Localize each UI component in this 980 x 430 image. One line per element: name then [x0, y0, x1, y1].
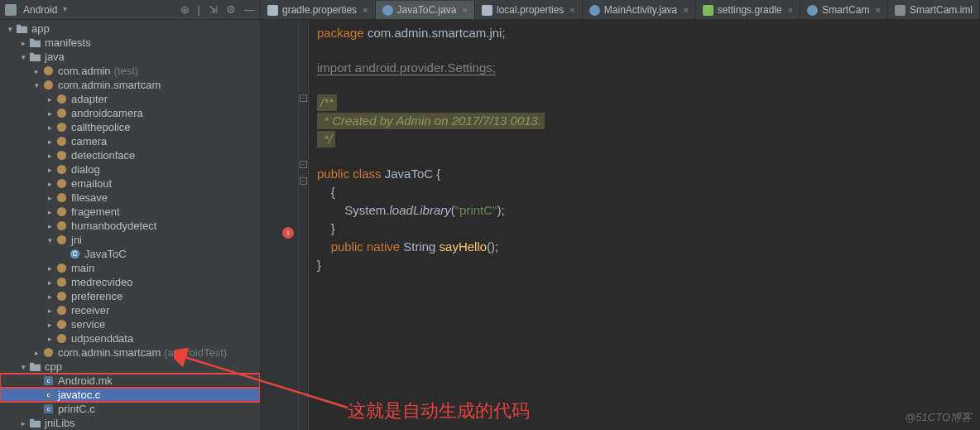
tree-node-javatoc[interactable]: CJavaToC — [0, 247, 260, 261]
tree-node-label: udpsenddata — [71, 332, 133, 345]
target-icon[interactable]: ⊕ — [180, 3, 190, 16]
tree-node-androidcamera[interactable]: ▸androidcamera — [0, 106, 260, 120]
expand-arrow-icon[interactable]: ▸ — [18, 39, 29, 47]
tree-node-filesave[interactable]: ▸filesave — [0, 191, 260, 205]
expand-arrow-icon[interactable]: ▸ — [45, 152, 55, 160]
tab-label: MainActivity.java — [604, 4, 677, 16]
expand-arrow-icon[interactable]: ▸ — [18, 419, 29, 428]
close-icon[interactable]: × — [683, 5, 688, 15]
tree-node-printc-c[interactable]: cprintC.c — [0, 402, 260, 416]
project-tree[interactable]: ▾app▸manifests▾java▸com.admin(test)▾com.… — [0, 20, 260, 430]
svg-text:C: C — [72, 249, 77, 258]
tree-node-emailout[interactable]: ▸emailout — [0, 176, 260, 191]
expand-arrow-icon[interactable]: ▸ — [45, 95, 55, 104]
close-icon[interactable]: × — [363, 5, 368, 15]
tree-node-com-admin-smartcam[interactable]: ▸com.admin.smartcam(androidTest) — [0, 345, 260, 360]
tree-node-dialog[interactable]: ▸dialog — [0, 162, 260, 176]
pkg-icon — [55, 149, 68, 162]
tree-node-suffix: (test) — [114, 65, 139, 77]
tree-node-main[interactable]: ▸main — [0, 261, 260, 275]
tree-node-jni[interactable]: ▾jni — [0, 233, 260, 247]
tree-node-com-admin[interactable]: ▸com.admin(test) — [0, 64, 260, 78]
tree-node-android-mk[interactable]: cAndroid.mk — [0, 374, 260, 388]
expand-arrow-icon[interactable]: ▸ — [45, 109, 55, 118]
tree-node-label: cpp — [45, 360, 62, 373]
expand-arrow-icon[interactable]: ▾ — [18, 53, 29, 61]
collapse-icon[interactable]: ⇲ — [209, 3, 218, 16]
expand-arrow-icon[interactable]: ▸ — [45, 194, 55, 202]
pkg-icon — [55, 163, 68, 176]
tree-node-adapter[interactable]: ▸adapter — [0, 92, 260, 106]
hide-icon[interactable]: — — [244, 3, 255, 16]
tree-node-cpp[interactable]: ▾cpp — [0, 360, 260, 374]
expand-arrow-icon[interactable]: ▸ — [45, 264, 55, 273]
tree-node-udpsenddata[interactable]: ▸udpsenddata — [0, 331, 260, 345]
pkg-icon — [55, 304, 68, 316]
tree-node-com-admin-smartcam[interactable]: ▾com.admin.smartcam — [0, 78, 260, 92]
tree-node-camera[interactable]: ▸camera — [0, 134, 260, 148]
editor-tabs[interactable]: gradle.properties×JavaToC.java×local.pro… — [261, 0, 980, 20]
project-view-dropdown[interactable]: Android — [20, 2, 67, 17]
folder-icon — [29, 51, 41, 63]
tree-node-java[interactable]: ▾java — [0, 50, 260, 64]
close-icon[interactable]: × — [788, 5, 793, 15]
tree-node-app[interactable]: ▾app — [0, 22, 260, 36]
tab-local-properties[interactable]: local.properties× — [475, 1, 583, 19]
expand-arrow-icon[interactable]: ▸ — [45, 166, 55, 174]
code-content[interactable]: package com.admin.smartcam.jni; import a… — [309, 20, 545, 430]
tree-node-manifests[interactable]: ▸manifests — [0, 36, 260, 50]
close-icon[interactable]: × — [463, 5, 468, 15]
code-editor[interactable]: ! − − − package com.admin.smartcam.jni; … — [261, 20, 980, 430]
tree-node-label: preference — [71, 290, 122, 302]
expand-arrow-icon[interactable]: ▸ — [45, 222, 55, 230]
expand-arrow-icon[interactable]: ▸ — [31, 67, 42, 75]
expand-arrow-icon[interactable]: ▸ — [45, 292, 55, 301]
fold-toggle[interactable]: − — [300, 94, 307, 102]
tab-javatoc-java[interactable]: JavaToC.java× — [376, 1, 475, 19]
expand-arrow-icon[interactable]: ▸ — [45, 278, 55, 287]
expand-arrow-icon[interactable]: ▸ — [45, 138, 55, 146]
tab-smartcam-iml[interactable]: SmartCam.iml — [888, 1, 980, 19]
tree-node-label: printC.c — [58, 403, 95, 415]
tree-node-detectionface[interactable]: ▸detectionface — [0, 148, 260, 162]
tree-node-label: medrecvideo — [71, 276, 132, 288]
tree-node-callthepolice[interactable]: ▸callthepolice — [0, 120, 260, 134]
watermark: @51CTO博客 — [905, 410, 972, 425]
tab-mainactivity-java[interactable]: MainActivity.java× — [583, 1, 696, 19]
tree-node-service[interactable]: ▸service — [0, 317, 260, 331]
tree-node-javatoc-c[interactable]: cjavatoc.c — [0, 388, 260, 402]
tree-node-receiver[interactable]: ▸receiver — [0, 303, 260, 317]
tree-node-fragement[interactable]: ▸fragement — [0, 205, 260, 219]
tree-node-humanbodydetect[interactable]: ▸humanbodydetect — [0, 219, 260, 233]
expand-arrow-icon[interactable]: ▸ — [31, 349, 42, 357]
fold-toggle[interactable]: − — [300, 161, 307, 168]
expand-arrow-icon[interactable]: ▸ — [45, 307, 55, 315]
tree-node-medrecvideo[interactable]: ▸medrecvideo — [0, 275, 260, 289]
expand-arrow-icon[interactable]: ▸ — [45, 321, 55, 329]
tab-label: gradle.properties — [282, 4, 357, 16]
expand-arrow-icon[interactable]: ▾ — [31, 81, 42, 89]
intention-bulb-icon[interactable]: ! — [282, 227, 294, 239]
expand-arrow-icon[interactable]: ▾ — [5, 25, 16, 33]
expand-arrow-icon[interactable]: ▾ — [18, 363, 29, 371]
tree-node-preference[interactable]: ▸preference — [0, 289, 260, 303]
tab-gradle-properties[interactable]: gradle.properties× — [261, 1, 376, 19]
gear-icon[interactable]: ⚙ — [226, 3, 236, 16]
tab-settings-gradle[interactable]: settings.gradle× — [696, 1, 800, 19]
tab-smartcam[interactable]: SmartCam× — [800, 1, 888, 19]
expand-arrow-icon[interactable]: ▸ — [45, 208, 55, 216]
svg-point-10 — [57, 207, 66, 216]
expand-arrow-icon[interactable]: ▸ — [45, 335, 55, 343]
pkg-icon — [55, 332, 68, 345]
tab-label: local.properties — [497, 4, 564, 16]
expand-arrow-icon[interactable]: ▸ — [45, 123, 55, 132]
expand-arrow-icon[interactable]: ▸ — [45, 180, 55, 188]
tree-node-jnilibs[interactable]: ▸jniLibs — [0, 416, 260, 430]
expand-arrow-icon[interactable]: ▾ — [45, 236, 55, 244]
folder-icon — [29, 360, 41, 373]
close-icon[interactable]: × — [876, 5, 881, 15]
fold-toggle[interactable]: − — [300, 177, 307, 185]
pkg-icon — [55, 191, 68, 204]
close-icon[interactable]: × — [569, 5, 574, 15]
tree-node-label: filesave — [71, 191, 108, 204]
